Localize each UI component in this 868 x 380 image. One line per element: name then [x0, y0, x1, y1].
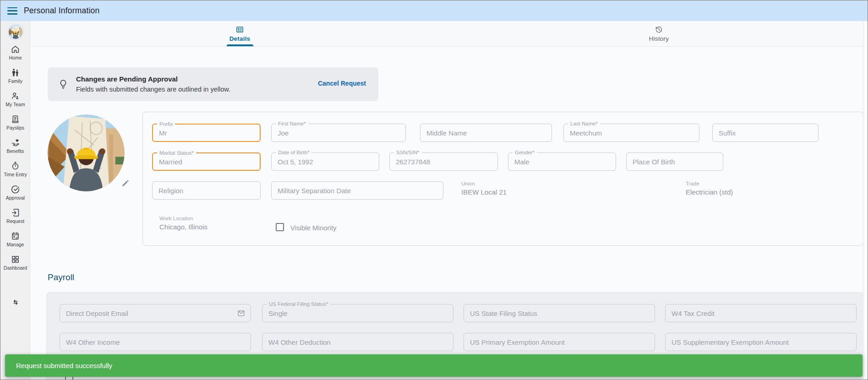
active-tab-indicator	[227, 44, 253, 46]
date-of-birth-value: Oct 5, 1992	[278, 158, 313, 166]
benefits-icon	[11, 138, 20, 147]
middle-name-placeholder: Middle Name	[426, 129, 467, 137]
sidebar-item-my-team[interactable]: My Team	[0, 87, 30, 111]
us-primary-exemption-amount-field[interactable]: US Primary Exemption Amount	[464, 333, 655, 351]
banner-subtitle: Fields with submitted changes are outlin…	[76, 86, 230, 93]
tab-history[interactable]: History	[449, 21, 868, 46]
prefix-field[interactable]: Prefix Mr	[152, 124, 261, 142]
sidebar-item-approval[interactable]: Approval	[0, 181, 30, 204]
military-separation-date-placeholder: Military Separation Date	[278, 187, 351, 195]
last-name-value: Meetchum	[570, 129, 602, 137]
us-federal-filing-status-field[interactable]: US Federal Filing Status* Single	[262, 304, 453, 322]
ssn-value: 262737848	[396, 158, 430, 166]
dashboard-icon	[11, 255, 20, 264]
tab-history-label: History	[649, 35, 669, 42]
edit-photo-icon[interactable]	[121, 179, 130, 188]
us-supplementary-exemption-amount-field[interactable]: US Supplementary Exemption Amount	[665, 333, 857, 351]
us-state-filing-status-placeholder: US State Filing Status	[470, 309, 537, 317]
suffix-placeholder: Suffix	[719, 129, 736, 137]
date-of-birth-field[interactable]: Date of Birth* Oct 5, 1992	[271, 152, 379, 171]
sidebar-item-benefits[interactable]: Benefits	[0, 134, 30, 157]
sidebar-item-home[interactable]: Home	[0, 41, 30, 64]
avatar-photo-icon	[9, 25, 22, 39]
w4-tax-credit-field[interactable]: W4 Tax Credit	[665, 304, 857, 322]
us-federal-filing-status-label: US Federal Filing Status*	[267, 301, 330, 307]
lightbulb-icon	[58, 78, 69, 90]
ssn-field[interactable]: SSN/SIN* 262737848	[389, 152, 498, 171]
last-name-label: Last Name*	[568, 120, 600, 127]
sidebar-item-payslips[interactable]: Payslips	[0, 111, 30, 134]
w4-other-deduction-field[interactable]: W4 Other Deduction	[262, 333, 453, 351]
w4-other-deduction-placeholder: W4 Other Deduction	[268, 338, 331, 346]
sidebar-item-label: Approval	[6, 195, 25, 201]
suffix-field[interactable]: Suffix	[712, 124, 819, 142]
marital-status-field[interactable]: Marital Status* Married	[152, 152, 261, 171]
first-name-value: Joe	[278, 129, 289, 137]
military-separation-date-field[interactable]: Military Separation Date	[271, 181, 443, 200]
union-label: Union	[461, 181, 507, 186]
sidebar-item-time-entry[interactable]: Time Entry	[0, 157, 30, 181]
topbar: Personal Information	[0, 0, 868, 21]
work-location-readonly: Work Location Chicago, Illinois	[159, 216, 207, 231]
place-of-birth-field[interactable]: Place Of Birth	[626, 152, 723, 171]
details-icon	[235, 25, 244, 34]
date-of-birth-label: Date of Birth*	[276, 149, 311, 156]
menu-icon[interactable]	[7, 7, 17, 15]
collapse-sidebar-button[interactable]	[0, 298, 30, 308]
work-location-value: Chicago, Illinois	[159, 223, 207, 231]
middle-name-field[interactable]: Middle Name	[420, 124, 552, 142]
app-window: Personal Information	[0, 0, 868, 380]
visible-minority-label: Visible Minority	[290, 224, 337, 232]
sidebar-item-request[interactable]: Request	[0, 204, 30, 228]
sidebar-item-label: Benefits	[7, 148, 24, 154]
visible-minority-checkbox[interactable]	[276, 223, 284, 231]
tab-details[interactable]: Details	[30, 21, 449, 46]
sidebar-item-label: Dashboard	[4, 265, 27, 271]
trade-readonly: Trade Electrician (std)	[686, 181, 733, 196]
tab-bar: Details History	[30, 21, 868, 47]
sidebar-item-manage[interactable]: Manage	[0, 228, 30, 251]
ssn-label: SSN/SIN*	[394, 149, 422, 156]
swap-arrows-icon	[11, 298, 21, 308]
first-name-field[interactable]: First Name* Joe	[271, 124, 406, 142]
user-avatar[interactable]	[7, 24, 24, 40]
sidebar-item-dashboard[interactable]: Dashboard	[0, 251, 30, 274]
home-icon	[11, 44, 20, 54]
us-state-filing-status-field[interactable]: US State Filing Status	[464, 304, 655, 322]
gender-label: Gender*	[513, 149, 537, 156]
my-team-icon	[11, 91, 20, 101]
payslips-icon	[11, 114, 20, 124]
cancel-request-button[interactable]: Cancel Request	[318, 80, 366, 87]
toast-message: Request submitted successfully	[16, 362, 112, 369]
approval-icon	[11, 185, 20, 194]
profile-photo[interactable]	[48, 114, 125, 191]
marital-status-value: Married	[159, 158, 182, 166]
sidebar-item-label: Home	[9, 55, 22, 60]
family-icon	[11, 68, 20, 77]
union-readonly: Union IBEW Local 21	[461, 181, 507, 196]
union-value: IBEW Local 21	[461, 188, 507, 196]
religion-placeholder: Religion	[158, 187, 183, 195]
direct-deposit-email-field[interactable]: Direct Deposit Email	[60, 304, 251, 322]
first-name-label: First Name*	[276, 120, 308, 127]
work-location-label: Work Location	[159, 216, 207, 221]
sidebar-item-label: Payslips	[6, 125, 24, 130]
sidebar-item-label: Time Entry	[4, 172, 27, 177]
success-toast: Request submitted successfully	[5, 354, 863, 377]
request-icon	[11, 208, 20, 217]
envelope-icon	[237, 309, 246, 318]
personal-info-card: Prefix Mr First Name* Joe Middle Name La…	[142, 112, 863, 246]
last-name-field[interactable]: Last Name* Meetchum	[563, 124, 699, 142]
us-primary-exemption-amount-placeholder: US Primary Exemption Amount	[470, 338, 565, 346]
gender-field[interactable]: Gender* Male	[508, 152, 616, 171]
sidebar-item-family[interactable]: Family	[0, 64, 30, 87]
scrollbar-track[interactable]	[863, 21, 868, 380]
sidebar-item-label: Request	[6, 218, 24, 224]
w4-other-income-field[interactable]: W4 Other Income	[60, 333, 251, 351]
religion-field[interactable]: Religion	[152, 181, 261, 200]
us-supplementary-exemption-amount-placeholder: US Supplementary Exemption Amount	[671, 338, 789, 346]
pending-approval-banner: Changes are Pending Approval Fields with…	[48, 67, 378, 101]
sidebar-item-label: Manage	[7, 242, 24, 247]
trade-value: Electrician (std)	[686, 188, 733, 196]
prefix-label: Prefix	[157, 121, 175, 127]
